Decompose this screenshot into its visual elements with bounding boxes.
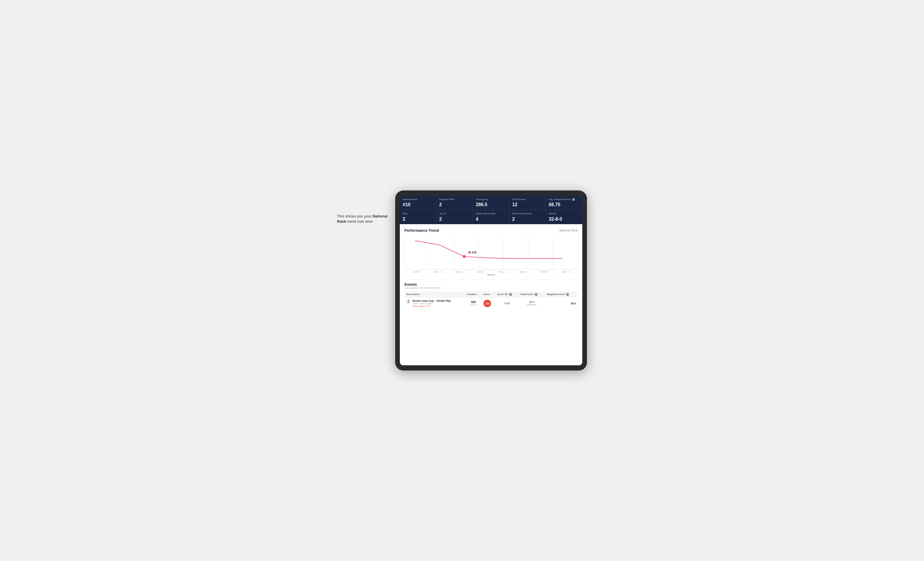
chart-label-nov23: NOV 23 [427, 271, 448, 273]
stat-top3s: Top 3s 2 [436, 210, 473, 224]
stat-total-rounds: Total Rounds 12 [509, 196, 546, 209]
stat-national-rank-label: National Rank [403, 198, 433, 201]
chart-axis-label: Months [405, 274, 578, 276]
chart-label-oct23: OCT 23 [406, 271, 427, 273]
event-score-cell: -22 [482, 297, 496, 309]
event-total-points-cell: 28.3 3 Rounds [518, 297, 545, 309]
chart-marker-dot-label [468, 251, 471, 253]
event-sg-value: 0.45 [504, 302, 510, 305]
stat-national-rank: National Rank #10 [400, 196, 436, 209]
stat-stroke-play-value: 4 [476, 217, 506, 222]
stat-wins: Wins 2 [400, 210, 436, 224]
events-section: Events Last updated: 24th November 2023 … [405, 279, 578, 309]
chart-container: #10 OCT 23 NOV 23 DEC 23 JAN 24 FEB 24 M… [405, 235, 578, 276]
stat-top3s-value: 2 [440, 217, 470, 222]
event-position-sub: out of 7 [467, 304, 480, 306]
annotation-bold: National Rank [337, 214, 387, 224]
stat-record: Record 32-8-0 [546, 210, 582, 224]
events-updated: Last updated: 24th November 2023 [405, 287, 578, 289]
event-total-points: 28.3 [520, 301, 543, 304]
chart-marker-text: #10 [472, 251, 477, 254]
event-icon: 🏌 [406, 299, 411, 304]
stat-stroke-play-label: Stroke Play Events [476, 212, 506, 215]
info-icon-event-sg: i [509, 293, 512, 296]
chart-label-dec23: DEC 23 [448, 271, 470, 273]
events-table: Event Name Position Score Event SG i Tot… [405, 292, 578, 309]
stat-top3s-label: Top 3s [440, 212, 470, 215]
stat-match-play-value: 2 [512, 217, 543, 222]
col-position: Position [465, 292, 482, 298]
stat-regional-rank-value: 2 [440, 202, 470, 207]
stat-scoring-avg-value: 286.5 [476, 202, 506, 207]
stat-match-play-label: Match Play Events [512, 212, 543, 215]
chart-label-mar24: MAR 24 [513, 271, 534, 273]
table-row: 🏌 Buster Cozy Cup – Stroke Play Oct 9 – … [405, 297, 578, 309]
scene: This shows you your National Rank trend … [337, 190, 587, 371]
content-area[interactable]: Performance Trend National Rank [400, 224, 582, 365]
stat-total-rounds-value: 12 [512, 202, 543, 207]
stat-regional-rank-label: Regional Rank [440, 198, 470, 201]
stat-record-value: 32-8-0 [549, 217, 579, 222]
event-info: Buster Cozy Cup – Stroke Play Oct 9 – Oc… [412, 299, 451, 308]
rank-impact-text: Rank Impact: 3 [412, 305, 427, 308]
event-total-points-sub: 3 Rounds [520, 304, 543, 306]
col-event-sg: Event SG i [496, 292, 519, 298]
event-rank-impact: Rank Impact: 3 ▼ [412, 305, 451, 308]
tablet-shell: National Rank #10 Regional Rank 2 Scorin… [395, 190, 587, 371]
event-name-cell: 🏌 Buster Cozy Cup – Stroke Play Oct 9 – … [405, 297, 465, 309]
col-total-points: Total Points i [518, 292, 545, 298]
info-icon-total-points: i [535, 293, 537, 296]
event-sg-cell: 0.45 [496, 297, 519, 309]
stat-scoring-avg-label: Scoring Avg. [476, 198, 506, 201]
rank-impact-arrow: ▼ [428, 305, 430, 308]
stats-row-1: National Rank #10 Regional Rank 2 Scorin… [400, 196, 582, 209]
chart-label-jan24: JAN 24 [470, 271, 491, 273]
info-icon-avg-weighted: i [572, 198, 575, 201]
event-score-badge: -22 [483, 300, 491, 307]
info-icon-weighted-points: i [566, 293, 569, 296]
stat-regional-rank: Regional Rank 2 [436, 196, 473, 209]
stat-avg-weighted-label: Avg. Weighted Points i [549, 198, 579, 201]
stat-match-play: Match Play Events 2 [509, 210, 546, 224]
chart-label-apr24: APR 24 [534, 271, 555, 273]
tablet-screen: National Rank #10 Regional Rank 2 Scorin… [400, 196, 582, 365]
performance-trend-header: Performance Trend National Rank [405, 228, 578, 233]
chart-x-labels: OCT 23 NOV 23 DEC 23 JAN 24 FEB 24 MAR 2… [405, 271, 578, 273]
col-event-name: Event Name [405, 292, 465, 298]
stat-record-label: Record [549, 212, 579, 215]
events-table-body: 🏌 Buster Cozy Cup – Stroke Play Oct 9 – … [405, 297, 578, 309]
stat-avg-weighted-value: 68.75 [549, 202, 579, 207]
stat-stroke-play: Stroke Play Events 4 [473, 210, 509, 224]
stat-avg-weighted: Avg. Weighted Points i 68.75 [546, 196, 582, 209]
event-date: Oct 9 – Oct 10, 2023 [412, 302, 451, 305]
stat-scoring-avg: Scoring Avg. 286.5 [473, 196, 509, 209]
performance-trend-label: National Rank [560, 229, 578, 232]
event-name: Buster Cozy Cup – Stroke Play [412, 299, 451, 302]
col-score: Score [482, 292, 496, 298]
stat-wins-label: Wins [403, 212, 433, 215]
event-position-cell: 6th out of 7 [465, 297, 482, 309]
event-position: 6th [467, 300, 480, 304]
stat-national-rank-value: #10 [403, 202, 433, 207]
events-table-header-row: Event Name Position Score Event SG i Tot… [405, 292, 578, 298]
chart-label-feb24: FEB 24 [491, 271, 513, 273]
chart-marker-dot [463, 255, 466, 258]
annotation-text: This shows you your National Rank trend … [337, 214, 387, 224]
chart-marker-label: #10 [468, 251, 477, 254]
stat-total-rounds-label: Total Rounds [512, 198, 543, 201]
chart-area: #10 [405, 235, 578, 270]
chart-line-svg [405, 235, 578, 269]
chart-label-may24: MAY 24 [555, 271, 577, 273]
stat-wins-value: 2 [403, 217, 433, 222]
events-title: Events [405, 282, 578, 287]
stats-row-2: Wins 2 Top 3s 2 Stroke Play Events 4 Mat… [400, 209, 582, 224]
event-weighted-points: 28.3 [571, 302, 576, 305]
performance-trend-title: Performance Trend [405, 228, 439, 233]
annotation: This shows you your National Rank trend … [337, 214, 395, 224]
col-weighted-points: Weighted Points i [545, 292, 578, 298]
event-weighted-points-cell: 28.3 [545, 297, 578, 309]
